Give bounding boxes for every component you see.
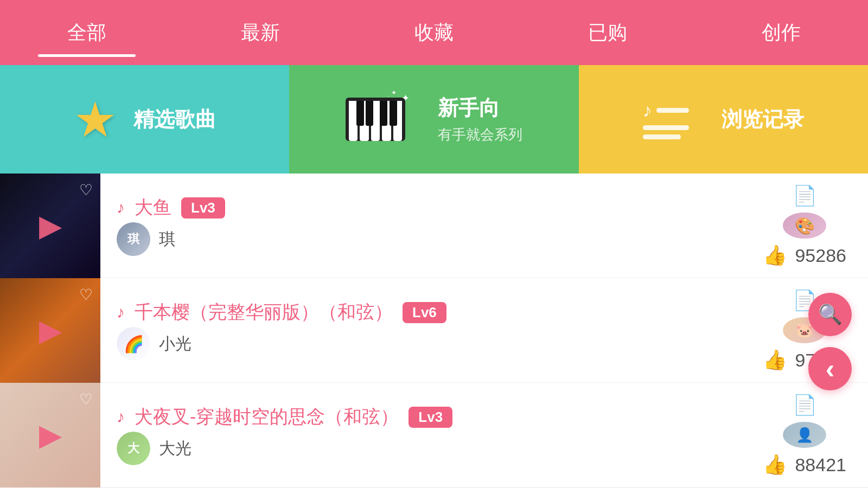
banner-beginner-title: 新手向 — [438, 94, 522, 122]
song-thumbnail[interactable]: ♡ ▶ — [0, 278, 100, 383]
song-title-row: ♪ 大鱼 Lv3 — [117, 195, 736, 220]
song-author-row: 琪 琪 — [117, 222, 736, 256]
like-icon[interactable]: 👍 — [763, 244, 787, 267]
song-thumbnail[interactable]: ♡ ▶ — [0, 174, 100, 278]
heart-icon[interactable]: ♡ — [79, 181, 93, 199]
song-right: 📄 🎨 👍 95286 — [752, 174, 868, 278]
banner-featured[interactable]: ★ 精选歌曲 — [0, 65, 289, 174]
banner-row: ★ 精选歌曲 — [0, 65, 868, 174]
author-avatar[interactable]: 🌈 — [117, 327, 150, 361]
nav-item-purchased[interactable]: 已购 — [521, 9, 694, 57]
nav-item-all[interactable]: 全部 — [0, 9, 174, 57]
song-list: ♡ ▶ ♪ 大鱼 Lv3 琪 琪 📄 🎨 — [0, 174, 868, 487]
song-info: ♪ 犬夜叉-穿越时空的思念（和弦） Lv3 大 大光 — [100, 383, 752, 487]
like-row: 👍 88421 — [763, 453, 846, 476]
doc-icon[interactable]: 📄 — [793, 184, 817, 207]
level-badge: Lv6 — [403, 302, 446, 323]
song-item: ♡ ▶ ♪ 大鱼 Lv3 琪 琪 📄 🎨 — [0, 174, 868, 278]
top-nav: 全部 最新 收藏 已购 创作 — [0, 0, 868, 65]
author-avatar[interactable]: 琪 — [117, 222, 150, 256]
music-note-icon: ♪ — [117, 303, 125, 322]
piano-icon: ✦ ✦ · — [346, 98, 422, 141]
song-right: 📄 👤 👍 88421 — [752, 383, 868, 487]
nav-item-latest[interactable]: 最新 — [174, 9, 347, 57]
level-badge: Lv3 — [409, 407, 452, 428]
song-title-row: ♪ 犬夜叉-穿越时空的思念（和弦） Lv3 — [117, 404, 736, 429]
level-badge: Lv3 — [181, 197, 225, 219]
banner-beginner-text: 新手向 有手就会系列 — [438, 94, 522, 144]
doc-icon[interactable]: 📄 — [793, 394, 817, 416]
heart-icon[interactable]: ♡ — [79, 286, 93, 304]
coauthor-avatar[interactable]: 🎨 — [783, 213, 826, 239]
heart-icon[interactable]: ♡ — [79, 390, 93, 408]
banner-beginner-subtitle: 有手就会系列 — [438, 125, 522, 144]
author-name: 琪 — [159, 228, 175, 251]
song-title-row: ♪ 千本樱（完整华丽版）（和弦） Lv6 — [117, 300, 736, 325]
song-item: ♡ ▶ ♪ 犬夜叉-穿越时空的思念（和弦） Lv3 大 大光 📄 👤 — [0, 383, 868, 487]
nav-item-favorites[interactable]: 收藏 — [347, 9, 521, 57]
song-author-row: 大 大光 — [117, 432, 736, 465]
author-name: 小光 — [159, 333, 192, 355]
like-icon[interactable]: 👍 — [763, 453, 787, 476]
banner-beginner[interactable]: ✦ ✦ · 新手向 有手就会系列 — [289, 65, 578, 174]
banner-history-text: 浏览记录 — [722, 106, 804, 133]
song-title: 大鱼 — [135, 195, 171, 220]
coauthor-avatar[interactable]: 👤 — [783, 422, 826, 448]
song-thumbnail[interactable]: ♡ ▶ — [0, 383, 100, 487]
author-name: 大光 — [159, 438, 192, 460]
song-info: ♪ 大鱼 Lv3 琪 琪 — [100, 174, 752, 278]
play-icon[interactable]: ▶ — [39, 208, 62, 243]
star-icon: ★ — [73, 91, 117, 148]
music-list-icon: ♪ — [643, 100, 705, 139]
fab-search-button[interactable]: 🔍 — [808, 293, 852, 336]
song-author-row: 🌈 小光 — [117, 327, 736, 361]
play-icon[interactable]: ▶ — [39, 418, 62, 452]
banner-featured-title: 精选歌曲 — [133, 106, 216, 133]
song-info: ♪ 千本樱（完整华丽版）（和弦） Lv6 🌈 小光 — [100, 278, 752, 382]
like-count: 88421 — [795, 454, 846, 476]
like-count: 95286 — [795, 245, 846, 266]
song-title: 千本樱（完整华丽版）（和弦） — [135, 300, 393, 325]
chevron-left-icon: ‹ — [826, 355, 835, 382]
author-avatar[interactable]: 大 — [117, 432, 150, 465]
banner-history-title: 浏览记录 — [722, 106, 804, 133]
music-note-icon: ♪ — [117, 408, 125, 426]
banner-history[interactable]: ♪ 浏览记录 — [579, 65, 868, 174]
play-icon[interactable]: ▶ — [39, 313, 62, 348]
song-title: 犬夜叉-穿越时空的思念（和弦） — [135, 404, 399, 429]
search-icon: 🔍 — [818, 303, 843, 326]
song-item: ♡ ▶ ♪ 千本樱（完整华丽版）（和弦） Lv6 🌈 小光 📄 🐷 — [0, 278, 868, 383]
banner-featured-text: 精选歌曲 — [133, 106, 216, 133]
like-icon[interactable]: 👍 — [763, 349, 787, 371]
music-note-icon: ♪ — [117, 198, 125, 217]
fab-back-button[interactable]: ‹ — [808, 347, 852, 390]
nav-item-create[interactable]: 创作 — [694, 9, 868, 57]
like-row: 👍 95286 — [763, 244, 846, 267]
